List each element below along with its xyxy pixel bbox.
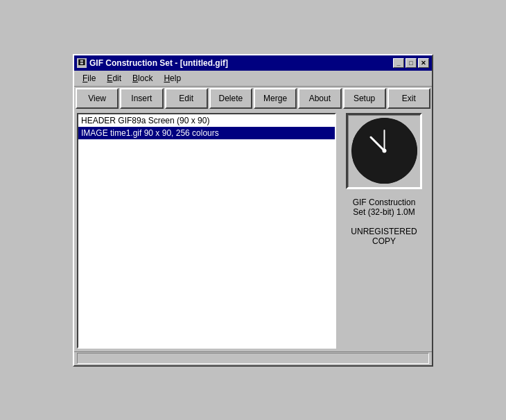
menu-edit[interactable]: Edit bbox=[101, 72, 127, 85]
clock-face bbox=[351, 118, 417, 184]
svg-point-3 bbox=[382, 149, 386, 153]
right-panel: GIF Construction Set (32-bit) 1.0M UNREG… bbox=[339, 113, 429, 349]
list-panel: HEADER GIF89a Screen (90 x 90) IMAGE tim… bbox=[77, 113, 336, 349]
setup-button[interactable]: Setup bbox=[343, 88, 386, 109]
info-line1: GIF Construction bbox=[351, 198, 417, 207]
info-line3: UNREGISTERED bbox=[351, 227, 417, 236]
title-controls: _ □ ✕ bbox=[393, 58, 429, 68]
delete-button[interactable]: Delete bbox=[209, 88, 252, 109]
menu-help[interactable]: Help bbox=[158, 72, 186, 85]
list-inner[interactable]: HEADER GIF89a Screen (90 x 90) IMAGE tim… bbox=[78, 114, 335, 347]
main-window: 🎞 GIF Construction Set - [untitled.gif] … bbox=[73, 54, 433, 367]
minimize-button[interactable]: _ bbox=[393, 58, 404, 68]
list-item[interactable]: IMAGE time1.gif 90 x 90, 256 colours bbox=[78, 127, 335, 139]
status-panel bbox=[77, 353, 429, 364]
merge-button[interactable]: Merge bbox=[254, 88, 297, 109]
menu-block[interactable]: Block bbox=[127, 72, 158, 85]
toolbar: View Insert Edit Delete Merge About Setu… bbox=[74, 87, 432, 110]
list-item[interactable]: HEADER GIF89a Screen (90 x 90) bbox=[78, 114, 335, 127]
maximize-button[interactable]: □ bbox=[405, 58, 417, 68]
menu-file[interactable]: File bbox=[77, 72, 101, 85]
menu-bar: File Edit Block Help bbox=[74, 71, 432, 87]
clock-container bbox=[346, 113, 422, 189]
info-line2: Set (32-bit) 1.0M bbox=[351, 207, 417, 217]
app-icon: 🎞 bbox=[77, 58, 87, 68]
status-bar bbox=[74, 351, 432, 365]
insert-button[interactable]: Insert bbox=[120, 88, 163, 109]
main-content: HEADER GIF89a Screen (90 x 90) IMAGE tim… bbox=[74, 110, 432, 351]
about-button[interactable]: About bbox=[298, 88, 341, 109]
info-text: GIF Construction Set (32-bit) 1.0M UNREG… bbox=[348, 195, 419, 249]
view-button[interactable]: View bbox=[76, 88, 119, 109]
title-bar: 🎞 GIF Construction Set - [untitled.gif] … bbox=[74, 55, 432, 71]
info-line4: COPY bbox=[351, 236, 417, 246]
close-button[interactable]: ✕ bbox=[418, 58, 429, 68]
window-title: GIF Construction Set - [untitled.gif] bbox=[89, 58, 228, 68]
edit-button[interactable]: Edit bbox=[165, 88, 208, 109]
exit-button[interactable]: Exit bbox=[387, 88, 430, 109]
